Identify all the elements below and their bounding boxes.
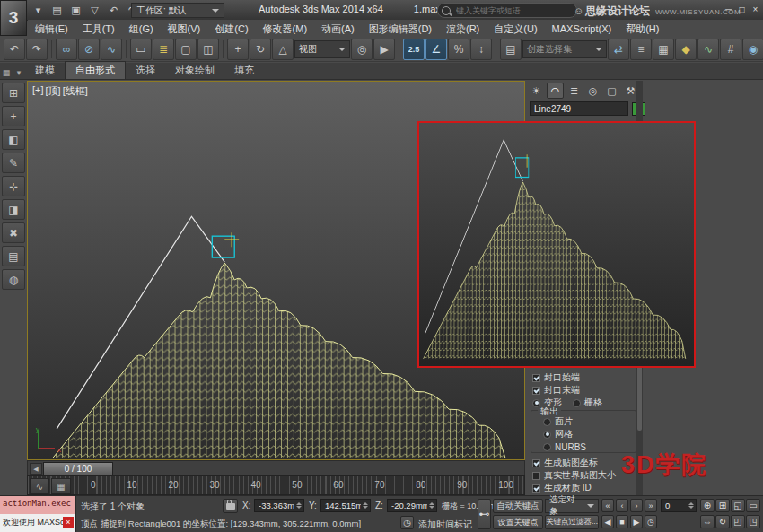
- use-center-icon[interactable]: ◎: [351, 39, 373, 60]
- zoom-extents-icon[interactable]: ◱: [731, 499, 745, 512]
- pan-icon[interactable]: ⇔: [700, 515, 715, 528]
- checkbox-real-world-map[interactable]: [532, 472, 540, 480]
- select-rotate-icon[interactable]: ↻: [250, 39, 271, 60]
- zoom-all-icon[interactable]: ⊞: [715, 499, 730, 512]
- viewport-menu-plus[interactable]: [+]: [32, 84, 44, 98]
- save-file-icon[interactable]: ▣: [67, 2, 84, 18]
- checkbox-gen-mtl-id[interactable]: [532, 484, 540, 493]
- select-scale-icon[interactable]: △: [272, 39, 294, 60]
- left-tool-icon-1[interactable]: ⊞: [2, 83, 25, 103]
- set-key-mode-button[interactable]: ⊷: [478, 499, 491, 529]
- prev-frame-icon[interactable]: ‹: [616, 499, 628, 512]
- sign-in-icon[interactable]: ☺: [572, 3, 585, 19]
- spinner-snap-icon[interactable]: ↕: [470, 39, 492, 60]
- angle-snap-icon[interactable]: ∠: [425, 39, 447, 60]
- graphite-ribbon-icon[interactable]: ◆: [675, 39, 697, 60]
- select-manipulate-icon[interactable]: ▶: [373, 39, 395, 60]
- maxscript-mini-listener[interactable]: actionMan.exec 欢迎使用 MAXSc ×: [0, 496, 76, 532]
- new-scene-icon[interactable]: ▤: [48, 2, 66, 18]
- menu-help[interactable]: 帮助(H): [618, 20, 666, 38]
- radio-patch[interactable]: [543, 418, 551, 426]
- material-editor-icon[interactable]: ◉: [742, 39, 763, 60]
- undo-icon[interactable]: ↶: [4, 39, 25, 60]
- menu-graph-editors[interactable]: 图形编辑器(D): [362, 20, 439, 38]
- window-crossing-icon[interactable]: ◫: [197, 39, 219, 60]
- stop-icon[interactable]: ■: [616, 515, 628, 528]
- viewport-menu-shading[interactable]: [线框]: [63, 84, 88, 98]
- set-key-button[interactable]: 设置关键点: [493, 515, 543, 529]
- minimize-icon[interactable]: ─: [723, 3, 734, 15]
- spinner-icon[interactable]: [687, 501, 695, 511]
- spinner-icon[interactable]: [361, 501, 369, 511]
- mirror-icon[interactable]: ⇄: [608, 39, 629, 60]
- time-tag-clock-icon[interactable]: ◷: [400, 516, 414, 529]
- application-button[interactable]: 3: [0, 0, 27, 36]
- menu-edit[interactable]: 编辑(E): [28, 20, 75, 38]
- ribbon-minimize-icon[interactable]: ▾: [13, 65, 25, 79]
- app-menu-arrow-icon[interactable]: ▾: [30, 2, 47, 18]
- menu-create[interactable]: 创建(C): [207, 20, 255, 38]
- bind-spacewarp-icon[interactable]: ∿: [101, 39, 122, 60]
- track-bar[interactable]: ∿ ▦ 0 10 20 30 40 50 60 70 80 90 100: [27, 475, 525, 495]
- left-tool-icon-6[interactable]: ◨: [2, 199, 25, 220]
- key-filters-button[interactable]: 关键点过滤器...: [545, 515, 599, 529]
- rect-selection-region-icon[interactable]: ▢: [175, 39, 197, 60]
- tab-freeform[interactable]: 自由形式: [65, 61, 126, 79]
- left-tool-icon-8[interactable]: ▤: [2, 246, 25, 266]
- left-tool-icon-3[interactable]: ◧: [2, 129, 25, 150]
- menu-animation[interactable]: 动画(A): [314, 20, 362, 38]
- menu-modifiers[interactable]: 修改器(M): [256, 20, 315, 38]
- tab-object-paint[interactable]: 对象绘制: [165, 62, 224, 79]
- redo-icon[interactable]: ↷: [26, 39, 48, 60]
- tab-display-icon[interactable]: ▢: [603, 83, 620, 99]
- listener-macro-line[interactable]: actionMan.exec: [0, 496, 75, 514]
- workspace-dropdown[interactable]: 工作区: 默认: [131, 3, 224, 18]
- menu-group[interactable]: 组(G): [122, 20, 161, 38]
- zoom-extents-all-icon[interactable]: ◰: [731, 515, 745, 528]
- tab-create-icon[interactable]: ☀: [528, 83, 545, 99]
- maximize-viewport-icon[interactable]: ◳: [746, 515, 760, 528]
- tab-selection[interactable]: 选择: [126, 62, 165, 79]
- reference-coordinate-dropdown[interactable]: 视图: [294, 40, 350, 58]
- y-coordinate-field[interactable]: 142.515mm: [320, 499, 371, 512]
- search-input[interactable]: [454, 5, 573, 16]
- undo-icon[interactable]: ↶: [105, 2, 122, 18]
- left-tool-icon-9[interactable]: ◍: [2, 269, 25, 290]
- tab-motion-icon[interactable]: ◎: [584, 83, 601, 99]
- selection-lock-toggle[interactable]: [223, 499, 238, 513]
- open-file-icon[interactable]: ▽: [86, 2, 103, 18]
- add-time-tag[interactable]: 添加时间标记: [418, 519, 472, 531]
- next-frame-icon[interactable]: ›: [630, 499, 643, 512]
- z-coordinate-field[interactable]: -20.29mm: [387, 499, 437, 512]
- menu-maxscript[interactable]: MAXScript(X): [545, 20, 619, 38]
- checkbox-gen-mapping[interactable]: [532, 459, 540, 467]
- snap-toggle-icon[interactable]: 2.5: [403, 39, 425, 60]
- checkbox-cap-start[interactable]: [532, 374, 540, 382]
- go-start-icon[interactable]: «: [601, 499, 614, 512]
- menu-views[interactable]: 视图(V): [161, 20, 208, 38]
- trackbar-filter-icon[interactable]: ▦: [51, 478, 71, 494]
- zoom-region-icon[interactable]: ▭: [746, 499, 760, 512]
- curve-editor-icon[interactable]: ∿: [697, 39, 719, 60]
- tab-hierarchy-icon[interactable]: ≣: [566, 83, 583, 99]
- named-selection-dropdown[interactable]: 创建选择集: [522, 40, 607, 58]
- time-config-icon[interactable]: ◷: [645, 515, 657, 528]
- go-end-icon[interactable]: »: [645, 499, 657, 512]
- prev-key-icon[interactable]: ◀: [601, 515, 614, 528]
- left-tool-icon-5[interactable]: ⊹: [2, 176, 25, 196]
- close-icon[interactable]: ×: [750, 3, 761, 15]
- menu-customize[interactable]: 自定义(U): [487, 20, 544, 38]
- zoom-icon[interactable]: ⊕: [700, 499, 715, 512]
- tab-modeling[interactable]: 建模: [25, 62, 65, 79]
- left-tool-icon-4[interactable]: ✎: [2, 153, 25, 173]
- ribbon-config-icon[interactable]: ▦: [0, 65, 13, 79]
- current-frame-field[interactable]: 0: [661, 499, 697, 512]
- maximize-icon[interactable]: □: [736, 3, 748, 15]
- select-link-icon[interactable]: ∞: [56, 39, 77, 60]
- infocenter-search[interactable]: [437, 3, 577, 18]
- menu-rendering[interactable]: 渲染(R): [439, 20, 487, 38]
- object-name-field[interactable]: Line2749: [530, 101, 628, 116]
- radio-grid[interactable]: [573, 399, 581, 407]
- checkbox-cap-end[interactable]: [532, 387, 540, 395]
- edit-named-selections-icon[interactable]: ▤: [500, 39, 522, 60]
